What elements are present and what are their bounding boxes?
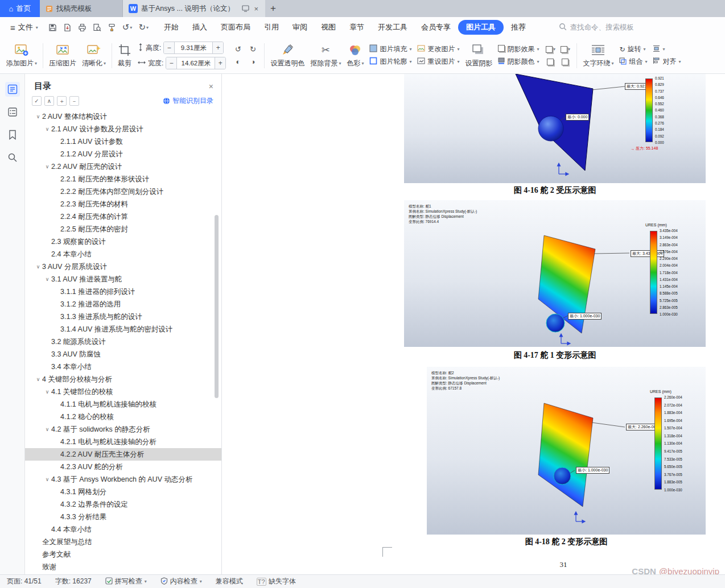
brightness-up-icon[interactable]: ◐ [232, 57, 244, 67]
chevron-down-icon[interactable]: ∨ [43, 426, 51, 432]
toc-item[interactable]: 全文展望与总结 [25, 536, 221, 548]
shadow-effect-button[interactable]: 阴影效果▾ [498, 44, 539, 54]
toc-item[interactable]: ∨4.1 关键部位的校核 [25, 386, 221, 398]
toc-collapse-all-button[interactable]: ∧ [44, 96, 54, 106]
toc-item[interactable]: 2.2.5 耐压壳体的密封 [25, 223, 221, 235]
width-input[interactable] [176, 57, 215, 69]
tab-member[interactable]: 会员专享 [415, 20, 457, 35]
tab-review[interactable]: 审阅 [286, 20, 314, 35]
toc-item[interactable]: 3.4 本章小结 [25, 361, 221, 373]
smart-recognize-button[interactable]: 智能识别目录 [163, 96, 213, 106]
undo-button[interactable]: ↺▾ [122, 22, 133, 32]
shadow-style-button-2[interactable]: ▾ [559, 44, 571, 55]
toc-item[interactable]: 2.2.1 耐压壳的整体形状设计 [25, 173, 221, 185]
tab-page-layout[interactable]: 页面布局 [215, 20, 257, 35]
shadow-color-button[interactable]: 阴影颜色▾ [498, 57, 539, 67]
toc-item[interactable]: 3.2 能源系统设计 [25, 336, 221, 348]
toc-item[interactable]: 2.3 观察窗的设计 [25, 235, 221, 248]
set-transparent-color-button[interactable]: 设置透明色 [267, 42, 307, 69]
rotate-right-icon[interactable]: ↻ [246, 44, 259, 55]
toc-item[interactable]: 2.2.3 耐压壳体的材料 [25, 198, 221, 210]
tab-picture-tools[interactable]: 图片工具 [458, 20, 504, 35]
rotate-button[interactable]: ↻ 旋转▾ [619, 44, 647, 54]
home-tab[interactable]: ⌂ 首页 [0, 0, 40, 17]
tab-references[interactable]: 引用 [258, 20, 285, 35]
file-menu[interactable]: ≡ 文件 ▾ [6, 22, 43, 32]
chevron-down-icon[interactable]: ∨ [43, 389, 51, 395]
toc-item[interactable]: ∨2 AUV 整体结构设计 [25, 110, 221, 123]
chevron-down-icon[interactable]: ∨ [43, 164, 51, 169]
toc-item[interactable]: ∨2.2 AUV 耐压壳的设计 [25, 160, 221, 173]
content-check-button[interactable]: 内容检查▾ [160, 577, 202, 586]
page-indicator[interactable]: 页面: 41/51 [7, 577, 42, 586]
chevron-down-icon[interactable]: ∨ [34, 264, 42, 270]
sidebar-chapter-button[interactable] [5, 105, 20, 119]
toc-item[interactable]: 3.1.2 推进器的选用 [25, 298, 221, 310]
brightness-down-icon[interactable]: ◑ [246, 57, 259, 67]
toc-item[interactable]: 2.4 本章小结 [25, 248, 221, 260]
change-picture-button[interactable]: 更改图片▾ [417, 44, 459, 54]
toc-item[interactable]: 4.1.1 电机与舵机连接轴的校核 [25, 398, 221, 411]
toc-select-button[interactable]: ✓ [32, 96, 42, 106]
shadow-style-button-1[interactable]: ▾ [544, 44, 557, 55]
word-count[interactable]: 字数: 16237 [55, 577, 92, 586]
figure-4-18-image[interactable]: 模型名称: 舵2算例名称: SimulationXpress Study(-默认… [427, 367, 706, 535]
reset-picture-button[interactable]: 重设图片▾ [417, 57, 459, 67]
shadow-style-button-4[interactable] [559, 57, 571, 67]
format-painter-button[interactable] [108, 22, 116, 32]
toc-item[interactable]: 4.3.1 网格划分 [25, 486, 221, 498]
add-picture-button[interactable]: 添加图片▾ [3, 42, 40, 69]
chevron-down-icon[interactable]: ∨ [34, 376, 42, 382]
tab-recommend[interactable]: 推荐 [505, 20, 532, 35]
remove-background-button[interactable]: ✂ 抠除背景▾ [307, 42, 344, 69]
distribute-button[interactable]: ▾ [653, 45, 681, 54]
close-icon[interactable]: × [209, 82, 213, 91]
toc-item[interactable]: ∨2.1 AUV 设计参数及分层设计 [25, 123, 221, 135]
sharpen-button[interactable]: 清晰化▾ [79, 42, 109, 69]
compress-picture-button[interactable]: 压缩图片 [46, 42, 79, 69]
toc-item[interactable]: 4.4 本章小结 [25, 523, 221, 536]
toc-item[interactable]: 3.1.4 AUV 推进系统与舵的密封设计 [25, 323, 221, 336]
width-decrease-button[interactable]: − [166, 57, 176, 69]
redo-button[interactable]: ↻▾ [138, 22, 149, 32]
document-canvas[interactable]: 最大: 0.921 最小: 0.000 0.9210.8290.7370.646… [222, 74, 725, 574]
height-input[interactable] [174, 42, 213, 53]
sidebar-toc-button[interactable] [5, 82, 20, 97]
tab-home-menu[interactable]: 开始 [158, 20, 185, 35]
toc-item-selected[interactable]: 4.2.2 AUV 耐压壳主体分析 [25, 448, 221, 461]
height-increase-button[interactable]: + [213, 42, 223, 53]
toc-item[interactable]: 3.1.1 推进器的排列设计 [25, 285, 221, 298]
width-increase-button[interactable]: + [215, 57, 225, 69]
toc-item[interactable]: 2.1.1 AUV 设计参数 [25, 135, 221, 148]
toc-item[interactable]: 参考文献 [25, 548, 221, 561]
figure-4-16-image[interactable]: 最大: 0.921 最小: 0.000 0.9210.8290.7370.646… [404, 74, 706, 183]
missing-font-button[interactable]: T? 缺失字体 [257, 577, 296, 586]
sidebar-search-button[interactable] [5, 150, 20, 165]
spell-check-button[interactable]: 拼写检查▾ [105, 577, 147, 586]
toc-item[interactable]: 4.2.1 电机与舵机连接轴的分析 [25, 436, 221, 448]
toc-item[interactable]: 3.3 AUV 防腐蚀 [25, 348, 221, 361]
height-decrease-button[interactable]: − [164, 42, 174, 53]
toc-item[interactable]: ∨4.2 基于 solidworks 的静态分析 [25, 423, 221, 436]
group-button[interactable]: 组合▾ [619, 57, 647, 67]
new-tab-button[interactable]: + [265, 0, 281, 17]
toc-expand-button[interactable]: ＋ [57, 96, 67, 106]
toc-item[interactable]: 2.2.4 耐压壳体的计算 [25, 210, 221, 223]
color-button[interactable]: 色彩▾ [344, 42, 366, 69]
chevron-down-icon[interactable]: ∨ [43, 477, 51, 482]
chevron-down-icon[interactable]: ∨ [34, 114, 42, 119]
print-preview-button[interactable] [93, 22, 101, 32]
figure-4-17-image[interactable]: 模型名称: 舵1算例名称: SimulationXpress Study(-默认… [404, 200, 706, 347]
export-pdf-button[interactable] [63, 22, 72, 32]
toc-item[interactable]: 2.1.2 AUV 分层设计 [25, 148, 221, 160]
toc-item[interactable]: 4.1.2 稳心的校核 [25, 411, 221, 423]
window-mode-icon[interactable] [242, 5, 249, 12]
chevron-down-icon[interactable]: ∨ [43, 276, 51, 282]
tab-developer[interactable]: 开发工具 [372, 20, 414, 35]
toc-item[interactable]: 2.2.2 耐压壳体内部空间划分设计 [25, 185, 221, 198]
text-wrap-button[interactable]: 文字环绕▾ [580, 42, 616, 69]
toc-item[interactable]: ∨4 关键部分校核与分析 [25, 373, 221, 386]
set-shadow-button[interactable]: 设置阴影 [462, 42, 495, 69]
tab-view[interactable]: 视图 [315, 20, 342, 35]
sidebar-bookmark-button[interactable] [5, 127, 20, 142]
